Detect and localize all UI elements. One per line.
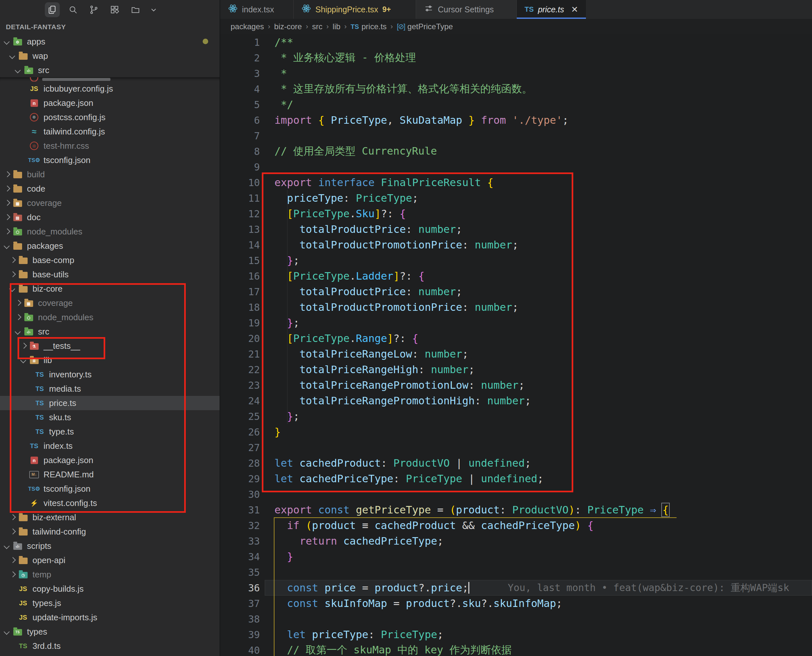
code-line[interactable]: 19 }; [220, 315, 812, 331]
chevron-right-icon[interactable] [3, 170, 11, 179]
code-line[interactable]: 3 * [220, 66, 812, 81]
chevron-right-icon[interactable] [8, 256, 17, 265]
tree-item-scripts[interactable]: ‹/›scripts [0, 539, 220, 553]
code-line[interactable]: 8// 使用全局类型 CurrencyRule [220, 144, 812, 159]
code-line[interactable]: 28let cachedProduct: ProductVO | undefin… [220, 455, 812, 471]
breadcrumb-item-packages[interactable]: packages [230, 22, 264, 31]
tree-item-inventoryts[interactable]: TSinventory.ts [0, 367, 220, 382]
breadcrumb-item-getPriceType[interactable]: [⊘]getPriceType [397, 22, 453, 31]
close-icon[interactable]: ✕ [571, 5, 578, 15]
code-line[interactable]: 25 }; [220, 408, 812, 424]
tree-item-READMEmd[interactable]: M↓README.md [0, 467, 220, 481]
tree-item-mediats[interactable]: TSmedia.ts [0, 382, 220, 396]
tree-item-coverage[interactable]: ▦coverage [0, 196, 220, 210]
chevron-down-icon[interactable] [14, 66, 22, 74]
breadcrumb-item-biz-core[interactable]: biz-core [274, 22, 302, 31]
code-editor[interactable]: 1/**2 * 业务核心逻辑 - 价格处理3 *4 * 这里存放所有与价格计算、… [220, 34, 812, 656]
code-line[interactable]: 30 [220, 486, 812, 502]
search-icon[interactable] [66, 2, 80, 17]
code-line[interactable]: 39 let priceType: PriceType; [220, 627, 812, 642]
tree-item-tailwindconfigjs[interactable]: ≈tailwind.config.js [0, 124, 220, 139]
code-line[interactable]: 40 // 取第一个 skuMap 中的 key 作为判断依据 [220, 642, 812, 656]
breadcrumb-item-price.ts[interactable]: TSprice.ts [351, 22, 387, 31]
tree-item-base-comp[interactable]: base-comp [0, 253, 220, 267]
tree-item-__tests__[interactable]: ⚗__tests__ [0, 339, 220, 353]
tab-shippingprice.tsx[interactable]: ShippingPrice.tsx9+ [294, 0, 416, 19]
files-icon[interactable] [45, 2, 60, 17]
code-line[interactable]: 1/** [220, 34, 812, 50]
chevron-down-icon[interactable] [8, 52, 17, 60]
chevron-down-icon[interactable] [8, 285, 17, 293]
chevron-down-icon[interactable] [19, 356, 28, 364]
chevron-down-icon[interactable] [3, 542, 11, 550]
tree-item-open-api[interactable]: open-api [0, 553, 220, 567]
chevron-down-icon[interactable] [3, 627, 11, 636]
tree-item-tsconfigjson[interactable]: TS⚙tsconfig.json [0, 481, 220, 496]
chevron-right-icon[interactable] [8, 270, 17, 278]
tree-item-packagejson[interactable]: npackage.json [0, 453, 220, 467]
code-line[interactable]: 26} [220, 424, 812, 440]
tree-item-copy-buildsjs[interactable]: JScopy-builds.js [0, 582, 220, 596]
code-line[interactable]: 22 totalPriceRangeHigh: number; [220, 362, 812, 378]
code-line[interactable]: 35 [220, 565, 812, 580]
tree-item-update-importsjs[interactable]: JSupdate-imports.js [0, 610, 220, 625]
chevron-right-icon[interactable] [8, 570, 17, 579]
chevron-right-icon[interactable] [8, 556, 17, 565]
chevron-right-icon[interactable] [14, 299, 22, 307]
breadcrumb-item-src[interactable]: src [312, 22, 323, 31]
code-line[interactable]: 20 [PriceType.Range]?: { [220, 331, 812, 346]
chevron-right-icon[interactable] [3, 184, 11, 193]
tree-item-node_modules[interactable]: ⬡node_modules [0, 224, 220, 239]
code-line[interactable]: 15 }; [220, 253, 812, 268]
tab-cursor-settings[interactable]: Cursor Settings [416, 0, 517, 19]
code-line[interactable]: 13 totalProductPrice: number; [220, 221, 812, 237]
code-line[interactable]: 38 [220, 611, 812, 627]
tree-item-temp[interactable]: ◷temp [0, 567, 220, 582]
tree-item-test-hmrcss[interactable]: ◎test-hmr.css [0, 139, 220, 153]
code-line[interactable]: 36 const price = product?.price;You, las… [220, 580, 812, 596]
tree-item-3rddts[interactable]: TS3rd.d.ts [0, 639, 220, 653]
chevron-down-icon[interactable] [3, 241, 11, 250]
tree-item-postcssconfigjs[interactable]: ⚙postcss.config.js [0, 110, 220, 124]
tree-item-lib[interactable]: ≣lib [0, 353, 220, 367]
tree-item-packages[interactable]: packages [0, 239, 220, 253]
code-line[interactable]: 2 * 业务核心逻辑 - 价格处理 [220, 50, 812, 66]
tree-item-build[interactable]: build [0, 167, 220, 181]
code-line[interactable]: 9 [220, 159, 812, 175]
code-line[interactable]: 27 [220, 440, 812, 455]
code-line[interactable]: 17 totalProductPrice: number; [220, 284, 812, 299]
chevron-down-icon[interactable] [3, 37, 11, 46]
code-line[interactable]: 5 */ [220, 97, 812, 112]
chevron-right-icon[interactable] [8, 513, 17, 521]
tree-item-src[interactable]: ‹/›src [0, 325, 220, 339]
code-line[interactable]: 32 if (product ≡ cachedProduct && cached… [220, 518, 812, 533]
code-line[interactable]: 29let cachedPriceType: PriceType | undef… [220, 471, 812, 486]
tree-item-node_modules[interactable]: ⬡node_modules [0, 310, 220, 325]
tree-item-pricets[interactable]: TSprice.ts [0, 396, 220, 410]
chevron-down-icon[interactable] [14, 327, 22, 336]
tree-item-apps[interactable]: ⚙apps [0, 34, 220, 49]
code-line[interactable]: 14 totalProductPromotionPrice: number; [220, 237, 812, 253]
tab-index.tsx[interactable]: index.tsx [220, 0, 294, 19]
tree-item-packagejson[interactable]: npackage.json [0, 96, 220, 110]
code-line[interactable]: 6import { PriceType, SkuDataMap } from '… [220, 112, 812, 128]
tree-item-types[interactable]: TStypes [0, 625, 220, 639]
tab-price.ts[interactable]: TSprice.ts✕ [517, 0, 586, 19]
tree-item-coverage[interactable]: ▦coverage [0, 296, 220, 310]
code-line[interactable]: 4 * 这里存放所有与价格计算、格式化等相关的纯函数。 [220, 81, 812, 97]
tree-item-base-utils[interactable]: base-utils [0, 267, 220, 282]
code-line[interactable]: 24 totalPriceRangePromotionHigh: number; [220, 393, 812, 408]
code-line[interactable]: 21 totalPriceRangeLow: number; [220, 346, 812, 362]
tree-item-skuts[interactable]: TSsku.ts [0, 410, 220, 424]
tree-item-biz-core[interactable]: biz-core [0, 282, 220, 296]
code-line[interactable]: 7 [220, 128, 812, 144]
code-line[interactable]: 12 [PriceType.Sku]?: { [220, 206, 812, 221]
tree-item-wap[interactable]: wap [0, 49, 220, 63]
code-line[interactable]: 33 return cachedPriceType; [220, 533, 812, 549]
tree-item-code[interactable]: code [0, 181, 220, 196]
tree-item-src[interactable]: ‹/›src [0, 63, 220, 77]
code-line[interactable]: 16 [PriceType.Ladder]?: { [220, 268, 812, 284]
tree-item-vitestconfigts[interactable]: ⚡vitest.config.ts [0, 496, 220, 510]
chevron-right-icon[interactable] [3, 199, 11, 207]
code-line[interactable]: 37 const skuInfoMap = product?.sku?.skuI… [220, 596, 812, 611]
